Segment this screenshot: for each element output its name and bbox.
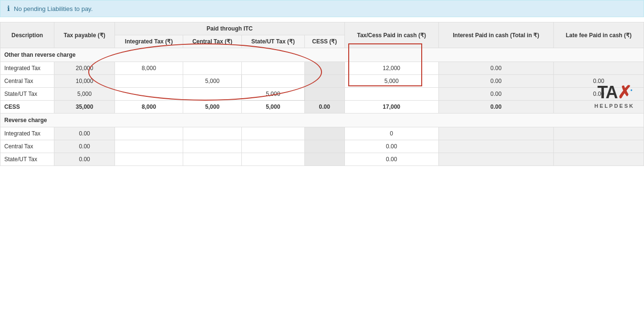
table-cell: Integrated Tax [0, 62, 54, 75]
table-cell: 10,000 [54, 75, 115, 88]
table-row: Integrated Tax0.000 [0, 127, 644, 140]
logo-a: A [606, 83, 617, 102]
table-cell: 0.00 [344, 153, 438, 166]
table-cell [554, 153, 644, 166]
logo-x: ✗ [617, 83, 631, 102]
banner-text: No pending Liabilities to pay. [14, 5, 93, 12]
table-cell: 0.00 [54, 153, 115, 166]
table-cell: 0.00 [304, 101, 344, 114]
section-header: Reverse charge [0, 114, 644, 127]
table-cell [304, 127, 344, 140]
table-cell [183, 62, 242, 75]
info-banner: ℹ No pending Liabilities to pay. [0, 0, 644, 17]
table-cell: State/UT Tax [0, 88, 54, 101]
table-cell: 17,000 [344, 101, 438, 114]
logo-tax: TA✗• [594, 84, 634, 101]
table-cell: 5,000 [344, 75, 438, 88]
logo-t: T [597, 83, 605, 102]
col-interest-paid: Interest Paid in cash (Total in ₹) [438, 22, 553, 48]
table-cell [115, 75, 183, 88]
col-itc-cess: CESS (₹) [304, 35, 344, 48]
table-cell [241, 127, 304, 140]
logo-dot: • [631, 87, 632, 93]
table-cell: 0 [344, 127, 438, 140]
logo-helpdesk: HELPDESK [594, 103, 634, 109]
section-header: Other than reverse charge [0, 48, 644, 62]
table-cell: State/UT Tax [0, 153, 54, 166]
col-itc-state: State/UT Tax (₹) [241, 35, 304, 48]
table-cell: 0.00 [54, 140, 115, 153]
table-cell: 8,000 [115, 62, 183, 75]
table-cell [554, 62, 644, 75]
logo-area: TA✗• HELPDESK [594, 84, 634, 109]
table-cell: Integrated Tax [0, 127, 54, 140]
table-cell: 8,000 [115, 101, 183, 114]
table-cell [304, 75, 344, 88]
table-cell [304, 153, 344, 166]
table-cell [304, 62, 344, 75]
table-cell[interactable]: 5,000 [241, 88, 304, 101]
table-row: CESS35,0008,0005,0005,0000.0017,0000.00 [0, 101, 644, 114]
col-late-fee: Late fee Paid in cash (₹) [554, 22, 644, 48]
col-tax-payable: Tax payable (₹) [54, 22, 115, 48]
table-cell[interactable]: 5,000 [183, 75, 242, 88]
table-row: Central Tax10,0005,0005,0000.000.00 [0, 75, 644, 88]
table-cell: 0.00 [344, 140, 438, 153]
table-row: Central Tax0.000.00 [0, 140, 644, 153]
table-cell: 35,000 [54, 101, 115, 114]
table-cell: 0.00 [438, 62, 553, 75]
table-cell [241, 140, 304, 153]
table-cell: 5,000 [241, 101, 304, 114]
table-cell [438, 140, 553, 153]
table-cell [183, 140, 242, 153]
table-cell: 0.00 [438, 101, 553, 114]
table-cell [554, 140, 644, 153]
table-cell: 5,000 [183, 101, 242, 114]
table-cell [438, 127, 553, 140]
table-cell: 12,000 [344, 62, 438, 75]
table-cell [115, 140, 183, 153]
table-cell [344, 88, 438, 101]
table-cell [183, 127, 242, 140]
table-cell [115, 127, 183, 140]
table-cell: 20,000 [54, 62, 115, 75]
table-cell: 0.00 [438, 75, 553, 88]
table-cell [304, 140, 344, 153]
table-cell [241, 62, 304, 75]
table-cell: CESS [0, 101, 54, 114]
table-cell: 5,000 [54, 88, 115, 101]
table-cell [241, 75, 304, 88]
table-cell [241, 153, 304, 166]
table-cell [554, 127, 644, 140]
table-cell [438, 153, 553, 166]
table-row: Integrated Tax20,0008,00012,0000.00 [0, 62, 644, 75]
table-cell: 0.00 [438, 88, 553, 101]
table-cell: Central Tax [0, 140, 54, 153]
col-itc-central: Central Tax (₹) [183, 35, 242, 48]
col-tax-cess-paid: Tax/Cess Paid in cash (₹) [344, 22, 438, 48]
col-description: Description [0, 22, 54, 48]
table-cell [304, 88, 344, 101]
col-itc-integrated: Integrated Tax (₹) [115, 35, 183, 48]
info-icon: ℹ [7, 4, 10, 13]
col-paid-itc: Paid through ITC [115, 22, 345, 35]
table-row: State/UT Tax0.000.00 [0, 153, 644, 166]
table-cell [183, 88, 242, 101]
table-cell [183, 153, 242, 166]
table-cell [115, 88, 183, 101]
table-row: State/UT Tax5,0005,0000.000.00 [0, 88, 644, 101]
table-cell [115, 153, 183, 166]
liability-table: Description Tax payable (₹) Paid through… [0, 22, 644, 166]
table-cell: Central Tax [0, 75, 54, 88]
table-cell: 0.00 [54, 127, 115, 140]
